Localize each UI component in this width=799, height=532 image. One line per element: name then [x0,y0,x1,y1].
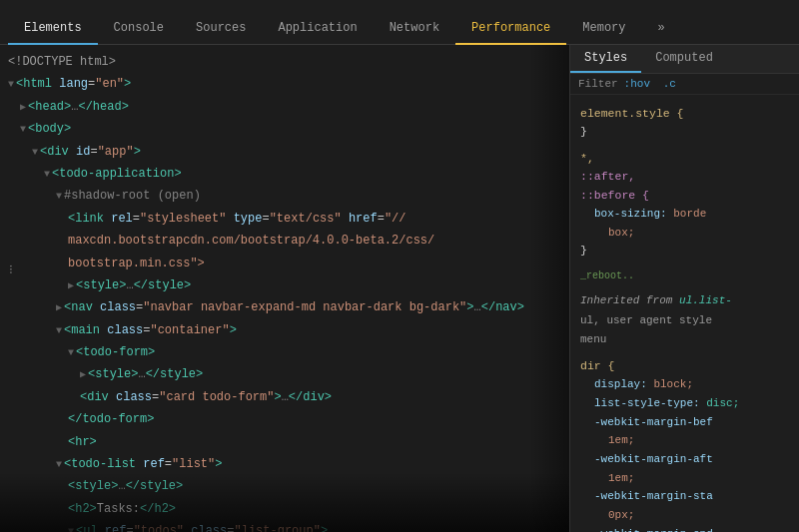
nav-tag: ▶<nav class="navbar navbar-expand-md nav… [0,296,569,318]
tab-elements[interactable]: Elements [8,13,98,45]
element-style-rule: element.style { } [570,101,799,146]
before-selector: ::before { [580,187,789,205]
tab-computed[interactable]: Computed [641,45,727,73]
styles-panel: Styles Computed Filter :hov .c element.s… [569,45,799,532]
tab-sources[interactable]: Sources [180,13,262,45]
html-doctype: <!DOCTYPE html> [0,51,569,73]
style-todo: ▶<style>…</style> [0,363,569,385]
h2-tasks: <h2>Tasks:</h2> [0,498,569,520]
inherited-menu: menu [570,331,799,353]
dir-margin-aft-val: 1em; [580,469,789,488]
tab-network[interactable]: Network [374,13,455,45]
filter-hint2: .c [663,78,676,90]
div-card: <div class="card todo-form">…</div> [0,386,569,408]
link-bootstrap1: <link rel="stylesheet" type="text/css" h… [0,208,569,230]
dir-list-style: list-style-type: disc; [580,394,789,413]
dir-margin-end: -webkit-margin-end [580,525,789,532]
dir-selector: dir { [580,357,789,375]
tab-more[interactable]: » [642,13,681,45]
after-selector: ::after, [580,168,789,186]
todo-form-close: </todo-form> [0,408,569,430]
dir-margin-sta: -webkit-margin-sta [580,487,789,506]
inherited-from-ul: Inherited from ul.list- [570,286,799,312]
elements-panel: … <!DOCTYPE html> ▼<html lang="en"> ▶<he… [0,45,569,532]
html-tag: ▼<html lang="en"> [0,73,569,95]
filter-hint1: :hov [624,78,650,90]
styles-content: element.style { } *, ::after, ::befo [570,95,799,532]
devtools-window: Elements Console Sources Application Net… [0,0,799,532]
tab-application[interactable]: Application [262,13,373,45]
dir-margin-sta-val: 0px; [580,506,789,525]
hr-tag: <hr> [0,431,569,453]
filter-label: Filter [578,78,618,90]
body-tag: ▼<body> [0,118,569,140]
dir-display: display: block; [580,375,789,394]
box-val: box; [580,224,789,243]
main-tag: ▼<main class="container"> [0,319,569,341]
universal-close: } [580,242,789,260]
dir-margin-bef-val: 1em; [580,431,789,450]
style-tag: ▶<style>…</style> [0,274,569,296]
todo-list: ▼<todo-list ref="list"> [0,453,569,475]
tab-styles[interactable]: Styles [570,45,641,73]
head-tag: ▶<head>…</head> [0,96,569,118]
universal-rule: *, ::after, ::before { box-sizing: borde… [570,146,799,265]
style-list: <style>…</style> [0,475,569,497]
element-style-close: } [580,123,789,141]
dir-margin-aft: -webkit-margin-aft [580,450,789,469]
content-area: … <!DOCTYPE html> ▼<html lang="en"> ▶<he… [0,45,799,532]
reboot-comment: _reboot.. [570,265,799,286]
tab-console[interactable]: Console [98,13,180,45]
tab-performance[interactable]: Performance [455,13,566,45]
dir-rule: dir { display: block; list-style-type: d… [570,353,799,532]
tab-bar: Elements Console Sources Application Net… [0,0,799,45]
universal-selector: *, [580,150,789,168]
todo-form-open: ▼<todo-form> [0,341,569,363]
filter-separator [650,78,657,90]
div-app: ▼<div id="app"> [0,141,569,163]
styles-tabs: Styles Computed [570,45,799,74]
left-dots: … [0,265,27,276]
dir-margin-bef: -webkit-margin-bef [580,413,789,432]
filter-bar: Filter :hov .c [570,74,799,95]
todo-application: ▼<todo-application> [0,163,569,185]
box-sizing-prop: box-sizing: borde [580,205,789,224]
tab-memory[interactable]: Memory [566,13,641,45]
link-bootstrap3: bootstrap.min.css"> [0,253,569,274]
link-bootstrap2: maxcdn.bootstrapcdn.com/bootstrap/4.0.0-… [0,230,569,252]
element-style-selector: element.style { [580,105,789,123]
inherited-ua: ul, user agent style [570,312,799,332]
shadow-root: ▼#shadow-root (open) [0,185,569,207]
ul-todos: ▼<ul ref="todos" class="list-group"> [0,520,569,532]
